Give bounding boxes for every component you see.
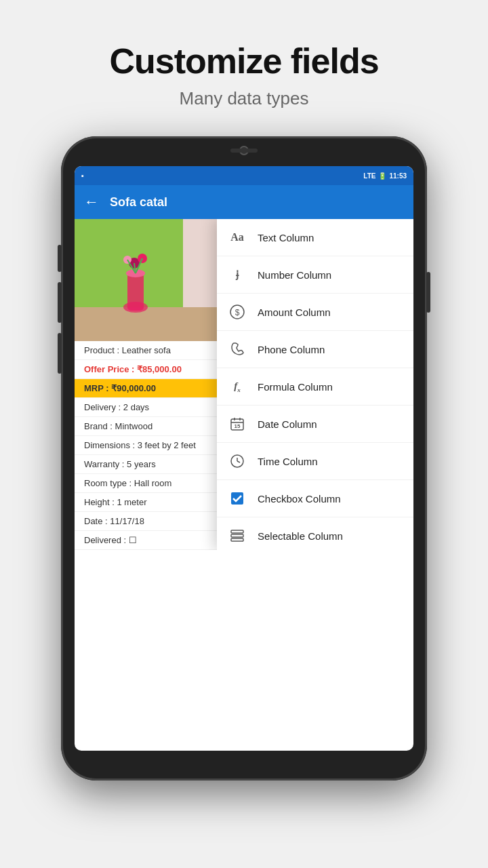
app-header: ← Sofa catal [75, 185, 413, 219]
page-header: Customize fields Many data types [0, 0, 488, 116]
dropdown-label-time: Time Column [258, 456, 318, 467]
phone-screen: ▪ LTE 🔋 11:53 ← Sofa catal [75, 166, 413, 751]
number-123-icon: ɉ [228, 265, 247, 284]
product-name-label: Product : [84, 345, 119, 355]
column-type-dropdown: AaText ColumnɉNumber Column$Amount Colum… [217, 219, 413, 550]
svg-rect-30 [231, 492, 243, 505]
dropdown-item-checkbox[interactable]: Checkbox Column [217, 480, 413, 517]
dimensions-value: 3 feet by 2 feet [138, 440, 196, 450]
dropdown-label-phone: Phone Column [258, 344, 325, 355]
svg-rect-31 [231, 530, 243, 533]
dropdown-item-text[interactable]: AaText Column [217, 219, 413, 256]
delivered-value: ☐ [129, 535, 137, 545]
checkbox-icon [228, 489, 247, 508]
height-value: 1 meter [117, 497, 146, 507]
svg-rect-4 [127, 273, 144, 311]
page-subtitle: Many data types [0, 88, 488, 109]
date-value: 11/17/18 [110, 516, 144, 526]
dropdown-item-time[interactable]: Time Column [217, 443, 413, 480]
room-type-value: Hall room [134, 478, 172, 488]
volume-down-button [58, 333, 62, 374]
mrp-label: MRP : ₹ [84, 383, 117, 393]
power-button [426, 272, 430, 313]
warranty-value: 5 years [127, 459, 156, 469]
offer-price-label: Offer Price : ₹ [84, 364, 142, 374]
dropdown-label-selectable: Selectable Column [258, 530, 343, 542]
dollar-circle-icon: $ [228, 302, 247, 321]
dropdown-label-text: Text Column [258, 232, 314, 243]
svg-rect-32 [231, 534, 243, 537]
clock-icon [228, 452, 247, 471]
offer-price-value: 85,000.00 [142, 364, 182, 374]
dropdown-item-selectable[interactable]: Selectable Column [217, 517, 413, 550]
status-icons: LTE 🔋 11:53 [363, 172, 407, 180]
phone-mockup: ▪ LTE 🔋 11:53 ← Sofa catal [61, 136, 427, 781]
dropdown-item-phone[interactable]: Phone Column [217, 331, 413, 368]
phone-speaker [230, 149, 258, 153]
warranty-label: Warranty : [84, 459, 124, 469]
product-name-value: Leather sofa [122, 345, 171, 355]
page-title: Customize fields [0, 41, 488, 81]
time-display: 11:53 [389, 172, 407, 180]
svg-rect-33 [231, 538, 243, 541]
list-icon [228, 526, 247, 545]
dropdown-item-amount[interactable]: $Amount Column [217, 294, 413, 331]
app-title: Sofa catal [110, 195, 167, 210]
dropdown-label-checkbox: Checkbox Column [258, 493, 341, 505]
volume-up-button [58, 282, 62, 323]
dropdown-label-number: Number Column [258, 269, 331, 281]
dropdown-label-formula: Formula Column [258, 381, 333, 393]
delivery-label: Delivery : [84, 402, 121, 412]
lte-indicator: LTE [363, 172, 375, 180]
dropdown-item-date[interactable]: 15Date Column [217, 406, 413, 443]
battery-icon: 🔋 [378, 172, 386, 180]
dropdown-item-formula[interactable]: fxFormula Column [217, 368, 413, 406]
date-label: Date : [84, 516, 108, 526]
dropdown-item-number[interactable]: ɉNumber Column [217, 256, 413, 294]
back-button[interactable]: ← [84, 193, 99, 211]
dropdown-label-date: Date Column [258, 418, 317, 430]
calendar-icon: 15 [228, 414, 247, 433]
notification-icon: ▪ [81, 172, 84, 180]
svg-text:$: $ [235, 308, 240, 317]
brand-value: Mintwood [115, 421, 153, 431]
delivery-value: 2 days [123, 402, 149, 412]
delivered-label: Delivered : [84, 535, 126, 545]
room-type-label: Room type : [84, 478, 131, 488]
phone-icon [228, 340, 247, 359]
formula-icon: fx [228, 377, 247, 396]
svg-text:15: 15 [235, 423, 241, 429]
text-aa-icon: Aa [228, 228, 247, 247]
status-bar: ▪ LTE 🔋 11:53 [75, 166, 413, 185]
content-area: Product : Leather sofa Offer Price : ₹85… [75, 219, 413, 550]
svg-line-29 [237, 461, 240, 462]
mrp-value: 90,000.00 [117, 383, 156, 393]
dropdown-label-amount: Amount Column [258, 307, 331, 318]
height-label: Height : [84, 497, 115, 507]
mute-button [58, 245, 62, 272]
dimensions-label: Dimensions : [84, 440, 135, 450]
brand-label: Brand : [84, 421, 113, 431]
